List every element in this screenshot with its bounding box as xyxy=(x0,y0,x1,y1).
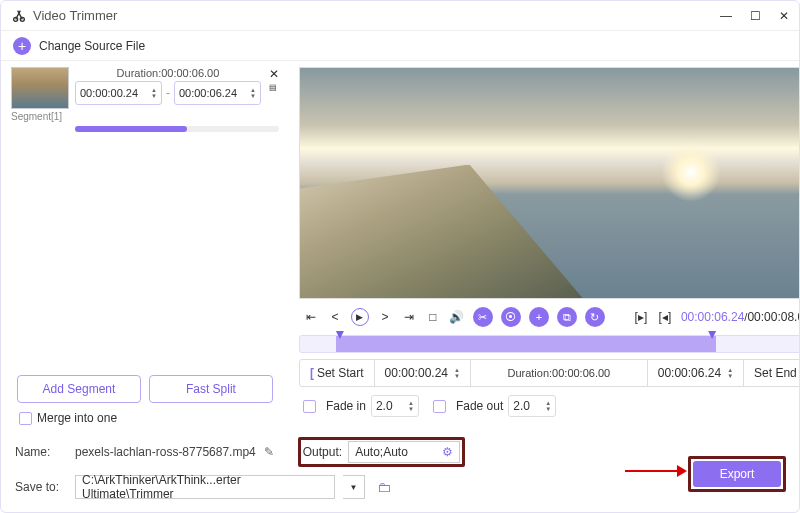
range-duration: Duration:00:00:06.00 xyxy=(471,367,647,379)
fade-out-label: Fade out xyxy=(456,399,503,413)
timeline[interactable] xyxy=(299,335,800,353)
copy-icon[interactable]: ⧉ xyxy=(557,307,577,327)
export-button[interactable]: Export xyxy=(693,461,781,487)
mark-out-icon[interactable]: [◂] xyxy=(657,310,673,324)
segment-thumbnail[interactable] xyxy=(11,67,69,109)
save-path-dropdown[interactable]: ▼ xyxy=(343,475,365,499)
fade-in-checkbox[interactable] xyxy=(303,400,316,413)
name-label: Name: xyxy=(15,445,67,459)
fast-split-button[interactable]: Fast Split xyxy=(149,375,273,403)
app-logo-icon xyxy=(11,8,27,24)
add-source-button[interactable]: + xyxy=(13,37,31,55)
segment-panel: Duration:00:00:06.00 ▲▼ - ▲▼ ✕ ▤ xyxy=(1,61,289,431)
export-highlight: Export xyxy=(688,456,786,492)
segment-progress[interactable] xyxy=(75,126,279,132)
stepper-down-icon[interactable]: ▼ xyxy=(151,93,157,99)
add-segment-button[interactable]: Add Segment xyxy=(17,375,141,403)
set-end-button[interactable]: Set End] xyxy=(744,366,800,380)
open-folder-icon[interactable]: 🗀 xyxy=(377,479,391,495)
fade-in-label: Fade in xyxy=(326,399,366,413)
set-start-button[interactable]: [Set Start xyxy=(300,366,374,380)
close-icon[interactable]: ✕ xyxy=(779,9,789,23)
save-to-label: Save to: xyxy=(15,480,67,494)
range-dash: - xyxy=(166,86,170,100)
merge-checkbox[interactable] xyxy=(19,412,32,425)
app-title: Video Trimmer xyxy=(33,8,117,23)
title-bar: Video Trimmer — ☐ ✕ xyxy=(1,1,799,31)
maximize-icon[interactable]: ☐ xyxy=(750,9,761,23)
skip-end-icon[interactable]: ⇥ xyxy=(401,310,417,324)
mark-in-icon[interactable]: [▸] xyxy=(633,310,649,324)
camera-icon[interactable]: ⦿ xyxy=(501,307,521,327)
fade-out-checkbox[interactable] xyxy=(433,400,446,413)
range-start-value[interactable]: 00:00:00.24▲▼ xyxy=(375,366,470,380)
save-path-input[interactable]: C:\ArkThinker\ArkThink...erter Ultimate\… xyxy=(75,475,335,499)
segment-remove-icon[interactable]: ✕ xyxy=(269,67,279,81)
change-source-label[interactable]: Change Source File xyxy=(39,39,145,53)
file-name: pexels-lachlan-ross-8775687.mp4 xyxy=(75,445,256,459)
merge-label: Merge into one xyxy=(37,411,117,425)
segment-name: Segment[1] xyxy=(11,111,279,122)
output-format-input[interactable]: Auto;Auto ⚙ xyxy=(348,441,460,463)
volume-icon[interactable]: 🔊 xyxy=(449,310,465,324)
fade-out-input[interactable]: 2.0▲▼ xyxy=(508,395,556,417)
segment-duration: Duration:00:00:06.00 xyxy=(75,67,261,79)
output-highlight: Output: Auto;Auto ⚙ xyxy=(298,437,465,467)
stepper-down-icon[interactable]: ▼ xyxy=(250,93,256,99)
fade-in-input[interactable]: 2.0▲▼ xyxy=(371,395,419,417)
prev-frame-icon[interactable]: < xyxy=(327,310,343,324)
video-preview[interactable] xyxy=(299,67,800,299)
minimize-icon[interactable]: — xyxy=(720,9,732,23)
output-label: Output: xyxy=(303,445,342,459)
toolbar: + Change Source File xyxy=(1,31,799,61)
gear-icon[interactable]: ⚙ xyxy=(442,445,453,459)
edit-name-icon[interactable]: ✎ xyxy=(264,445,274,459)
play-icon[interactable]: ▶ xyxy=(351,308,369,326)
player-timecode: 00:00:06.24/00:00:08.02 xyxy=(681,310,800,324)
segment-menu-icon[interactable]: ▤ xyxy=(269,83,279,92)
add-icon[interactable]: + xyxy=(529,307,549,327)
stop-icon[interactable]: □ xyxy=(425,310,441,324)
player-controls: ⇤ < ▶ > ⇥ □ 🔊 ✂ ⦿ + ⧉ ↻ [▸] [◂] 00:00:06… xyxy=(299,299,800,335)
refresh-icon[interactable]: ↻ xyxy=(585,307,605,327)
range-end-value[interactable]: 00:00:06.24▲▼ xyxy=(648,366,743,380)
segment-start-input[interactable]: ▲▼ xyxy=(75,81,162,105)
range-controls: [Set Start 00:00:00.24▲▼ Duration:00:00:… xyxy=(299,359,800,387)
skip-start-icon[interactable]: ⇤ xyxy=(303,310,319,324)
segment-end-input[interactable]: ▲▼ xyxy=(174,81,261,105)
next-frame-icon[interactable]: > xyxy=(377,310,393,324)
annotation-arrow xyxy=(625,470,685,472)
snapshot-icon[interactable]: ✂ xyxy=(473,307,493,327)
